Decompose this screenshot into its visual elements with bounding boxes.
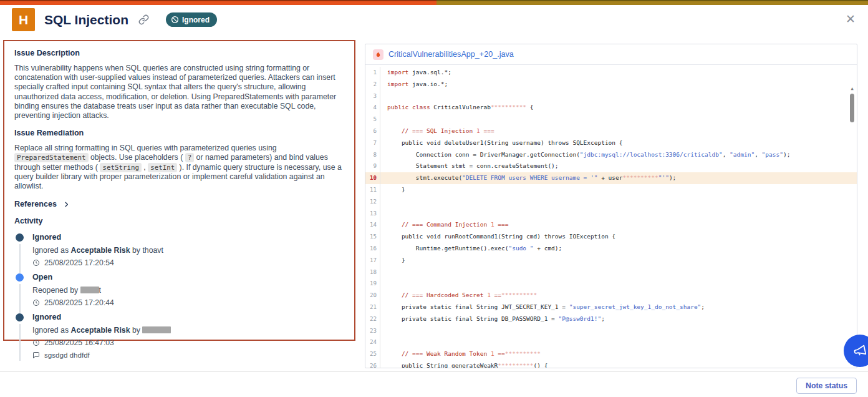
line-number: 14 — [365, 219, 380, 231]
note-status-button[interactable]: Note status — [796, 378, 857, 394]
code-line: 6 // === SQL Injection 1 === — [365, 125, 857, 137]
code-line: 13 — [365, 208, 857, 220]
issue-description-heading: Issue Description — [14, 49, 344, 57]
line-number: 8 — [365, 149, 380, 161]
code-line: 16 Runtime.getRuntime().exec("sudo " + c… — [365, 243, 857, 255]
top-strip-left — [0, 0, 436, 5]
activity-entry-detail: Ignored as Acceptable Risk by thoavt — [32, 246, 344, 255]
remediation-text: Replace all string formatting in SQL que… — [14, 144, 277, 152]
code-text: import java.sql.*; — [380, 67, 451, 79]
flame-file-icon — [373, 49, 383, 60]
code-line: 12 — [365, 196, 857, 208]
code-line: 1import java.sql.*; — [365, 67, 857, 79]
line-number: 7 — [365, 137, 380, 149]
code-text: import java.io.*; — [380, 79, 448, 91]
line-number: 15 — [365, 231, 380, 243]
activity-entry-comment: sgsdgd dhdfdf — [32, 351, 344, 359]
code-body: 1import java.sql.*;2import java.io.*;34p… — [365, 65, 857, 368]
code-text: Runtime.getRuntime().exec("sudo " + cmd)… — [380, 243, 562, 255]
code-text: private static final String DB_PASSWORD_… — [380, 313, 605, 325]
line-number: 19 — [365, 278, 380, 290]
line-number: 26 — [365, 360, 380, 368]
status-dot-ignored — [16, 233, 24, 242]
line-number: 9 — [365, 160, 380, 172]
issue-description-text: This vulnerability happens when SQL quer… — [14, 64, 344, 120]
activity-entry-time: 25/08/2025 17:20:54 — [32, 258, 344, 267]
code-text: } — [380, 255, 405, 267]
code-line: 15 public void runRootCommand1(String cm… — [365, 231, 857, 243]
code-line: 25 // === Weak Random Token 1 ==********… — [365, 348, 857, 360]
status-badge-label: Ignored — [182, 16, 210, 24]
code-line: 3 — [365, 91, 857, 102]
code-text: // === Weak Random Token 1 ==********** — [380, 348, 541, 360]
line-number: 3 — [365, 91, 380, 102]
code-scrollbar[interactable]: ▲ — [849, 86, 855, 122]
line-number: 17 — [365, 255, 380, 267]
code-line: 9 Statement stmt = conn.createStatement(… — [365, 160, 857, 172]
remediation-text: , — [142, 163, 148, 172]
activity-entry-detail: Ignored as Acceptable Risk by — [32, 326, 344, 335]
code-line: 22 private static final String DB_PASSWO… — [365, 313, 857, 325]
activity-entry-title: Ignored — [32, 313, 344, 321]
line-number: 1 — [365, 67, 380, 79]
line-number: 24 — [365, 336, 380, 348]
inline-code: PreparedStatement — [14, 153, 89, 162]
footer-bar: Note status — [0, 371, 868, 397]
ban-icon — [171, 16, 179, 24]
code-text: // === Command Injection 1 === — [380, 219, 509, 231]
status-dot-open — [16, 273, 24, 282]
line-number: 12 — [365, 196, 380, 208]
line-number: 6 — [365, 125, 380, 137]
scroll-up-icon[interactable]: ▲ — [849, 86, 855, 91]
code-line: 14 // === Command Injection 1 === — [365, 219, 857, 231]
close-icon[interactable]: ✕ — [846, 13, 856, 25]
inline-code: setInt — [148, 163, 177, 172]
line-number: 23 — [365, 325, 380, 337]
code-line: 26 public String generateWeakR**********… — [365, 360, 857, 368]
issue-remediation-text: Replace all string formatting in SQL que… — [14, 144, 344, 191]
status-dot-ignored — [16, 313, 24, 321]
code-text: stmt.execute("DELETE FROM users WHERE us… — [380, 172, 676, 184]
file-name-link[interactable]: CriticalVulnerabilitiesApp_+20_.java — [388, 50, 514, 59]
code-text: Statement stmt = conn.createStatement(); — [380, 160, 559, 172]
code-line: 18 — [365, 267, 857, 278]
code-text: // === Hardcoded Secret 1 ==********** — [380, 290, 537, 301]
activity-entry: Ignored Ignored as Acceptable Risk by 25… — [14, 313, 344, 365]
activity-entry-time: 25/08/2025 17:20:44 — [32, 298, 344, 307]
activity-entry: Ignored Ignored as Acceptable Risk by th… — [14, 233, 344, 273]
activity-entry-time: 25/08/2025 16:47:03 — [32, 338, 344, 347]
remediation-text: objects. Use placeholders ( — [89, 153, 185, 162]
clock-icon — [32, 339, 40, 346]
clock-icon — [32, 259, 40, 267]
copy-link-icon[interactable] — [138, 14, 149, 25]
code-text — [380, 114, 387, 125]
code-text — [380, 336, 387, 348]
activity-timeline: Ignored Ignored as Acceptable Risk by th… — [14, 233, 344, 365]
line-number: 25 — [365, 348, 380, 360]
line-number: 2 — [365, 79, 380, 91]
inline-code: setString — [100, 163, 142, 172]
line-number: 21 — [365, 301, 380, 313]
line-number: 5 — [365, 114, 380, 125]
code-line: 7 public void deleteUser1(String usernam… — [365, 137, 857, 149]
code-line: 5 — [365, 114, 857, 125]
scrollbar-thumb[interactable] — [850, 94, 854, 122]
line-number: 20 — [365, 290, 380, 301]
code-line: 2import java.io.*; — [365, 79, 857, 91]
code-text: // === SQL Injection 1 === — [380, 125, 494, 137]
references-toggle[interactable]: References — [14, 200, 344, 208]
status-badge[interactable]: Ignored — [166, 12, 217, 27]
code-text — [380, 325, 387, 337]
line-number: 22 — [365, 313, 380, 325]
code-text — [380, 208, 387, 220]
line-number: 13 — [365, 208, 380, 220]
activity-entry: Open Reopened by t 25/08/2025 17:20:44 — [14, 273, 344, 313]
code-line: 21 private static final String JWT_SECRE… — [365, 301, 857, 313]
code-text: Connection conn = DriverManager.getConne… — [380, 149, 790, 161]
code-lines: 1import java.sql.*;2import java.io.*;34p… — [365, 67, 857, 368]
top-strip-right — [436, 0, 868, 5]
activity-entry-title: Ignored — [32, 233, 344, 242]
code-text: public String generateWeakR**********() … — [380, 360, 547, 368]
code-text — [380, 196, 387, 208]
code-line: 11 } — [365, 184, 857, 196]
